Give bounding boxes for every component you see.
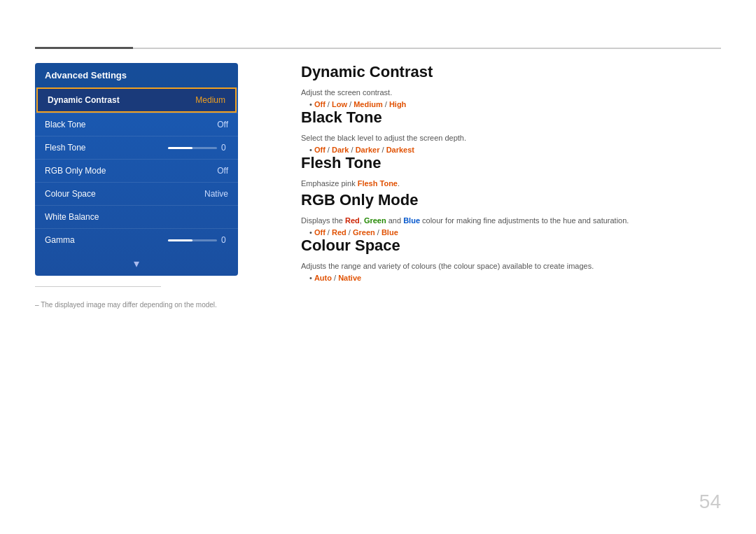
opt-dark-bt: Dark	[332, 146, 349, 154]
item-value-rgb-only: Off	[217, 166, 228, 176]
menu-item-black-tone[interactable]: Black Tone Off	[35, 113, 238, 136]
item-label-colour-space: Colour Space	[45, 189, 204, 199]
slider-value-gamma: 0	[221, 235, 228, 245]
slider-bar-flesh	[168, 147, 217, 149]
section-colour-space: Colour Space Adjusts the range and varie…	[301, 237, 721, 282]
rgb-blue: Blue	[403, 216, 420, 225]
section-desc-flesh-tone: Emphasize pink Flesh Tone.	[301, 179, 721, 188]
item-label-black-tone: Black Tone	[45, 120, 217, 129]
opt-low-dc: Low	[332, 100, 347, 108]
opt-high-dc: High	[389, 100, 406, 108]
opt-red-rgb: Red	[332, 228, 346, 237]
right-content: Dynamic Contrast Adjust the screen contr…	[301, 63, 721, 282]
item-label-white-balance: White Balance	[45, 212, 228, 222]
menu-box: Advanced Settings Dynamic Contrast Mediu…	[35, 63, 238, 276]
rgb-desc-1: Displays the	[301, 216, 345, 225]
menu-item-rgb-only[interactable]: RGB Only Mode Off	[35, 159, 238, 182]
flesh-tone-highlight: Flesh Tone	[358, 179, 398, 188]
item-label-gamma: Gamma	[45, 235, 168, 245]
opt-blue-rgb: Blue	[382, 228, 398, 237]
left-divider	[35, 286, 161, 287]
menu-item-gamma[interactable]: Gamma 0	[35, 228, 238, 251]
rgb-green: Green	[364, 216, 386, 225]
section-desc-dynamic-contrast: Adjust the screen contrast.	[301, 88, 721, 97]
opt-native-cs: Native	[338, 274, 361, 282]
opt-darker-bt: Darker	[356, 146, 380, 154]
flesh-tone-desc-text: Emphasize pink	[301, 179, 358, 188]
section-title-black-tone: Black Tone	[301, 108, 721, 127]
menu-item-dynamic-contrast[interactable]: Dynamic Contrast Medium	[36, 87, 237, 113]
opt-off-rgb: Off	[314, 228, 326, 237]
section-flesh-tone: Flesh Tone Emphasize pink Flesh Tone.	[301, 154, 721, 188]
footnote: The displayed image may differ depending…	[35, 301, 238, 309]
section-options-rgb-only: Off / Red / Green / Blue	[309, 228, 721, 237]
flesh-tone-desc-end: .	[398, 179, 400, 188]
item-value-black-tone: Off	[217, 120, 228, 129]
section-title-flesh-tone: Flesh Tone	[301, 154, 721, 172]
menu-item-flesh-tone[interactable]: Flesh Tone 0	[35, 136, 238, 159]
opt-off-dc: Off	[314, 100, 326, 108]
section-title-colour-space: Colour Space	[301, 237, 721, 255]
section-desc-rgb-only: Displays the Red, Green and Blue colour …	[301, 216, 721, 225]
item-label-dynamic-contrast: Dynamic Contrast	[48, 95, 195, 105]
section-options-dynamic-contrast: Off / Low / Medium / High	[309, 100, 721, 108]
menu-item-white-balance[interactable]: White Balance	[35, 205, 238, 228]
gamma-slider[interactable]: 0	[168, 235, 228, 245]
item-value-colour-space: Native	[204, 189, 228, 199]
section-options-black-tone: Off / Dark / Darker / Darkest	[309, 146, 721, 154]
slider-bar-gamma	[168, 239, 217, 241]
flesh-tone-slider[interactable]: 0	[168, 143, 228, 153]
top-divider	[35, 48, 721, 49]
section-dynamic-contrast: Dynamic Contrast Adjust the screen contr…	[301, 63, 721, 108]
opt-medium-dc: Medium	[354, 100, 383, 108]
section-desc-colour-space: Adjusts the range and variety of colours…	[301, 262, 721, 270]
opt-green-rgb: Green	[353, 228, 375, 237]
menu-item-colour-space[interactable]: Colour Space Native	[35, 182, 238, 205]
opt-auto-cs: Auto	[314, 274, 332, 282]
menu-title: Advanced Settings	[35, 63, 238, 87]
page-number: 54	[699, 491, 721, 513]
left-panel: Advanced Settings Dynamic Contrast Mediu…	[35, 63, 238, 309]
section-options-colour-space: Auto / Native	[309, 274, 721, 282]
chevron-down-icon[interactable]: ▾	[35, 251, 238, 276]
opt-darkest-bt: Darkest	[386, 146, 414, 154]
slider-value-flesh: 0	[221, 143, 228, 153]
opt-off-bt: Off	[314, 146, 326, 154]
item-label-flesh-tone: Flesh Tone	[45, 143, 168, 153]
section-desc-black-tone: Select the black level to adjust the scr…	[301, 134, 721, 142]
section-title-dynamic-contrast: Dynamic Contrast	[301, 63, 721, 81]
item-value-dynamic-contrast: Medium	[195, 95, 225, 105]
section-rgb-only-mode: RGB Only Mode Displays the Red, Green an…	[301, 191, 721, 237]
item-label-rgb-only: RGB Only Mode	[45, 166, 217, 176]
rgb-red: Red	[345, 216, 360, 225]
section-title-rgb-only: RGB Only Mode	[301, 191, 721, 209]
section-black-tone: Black Tone Select the black level to adj…	[301, 108, 721, 154]
